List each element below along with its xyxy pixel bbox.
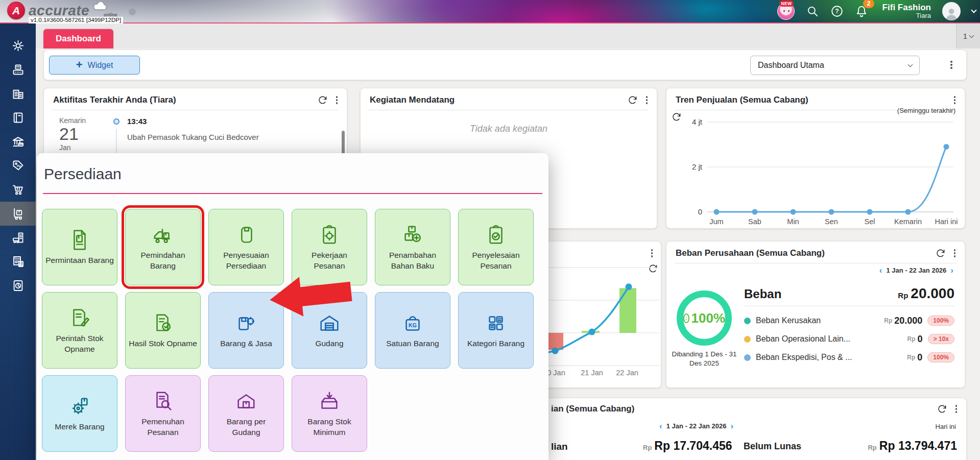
currency-label: Rp (868, 444, 876, 451)
tab-page-indicator[interactable]: 1 (956, 23, 980, 49)
svg-text:Sab: Sab (748, 217, 761, 226)
search-icon[interactable] (806, 5, 819, 18)
gear-tag-icon (68, 395, 91, 418)
help-icon[interactable]: ? (830, 5, 844, 18)
user-avatar[interactable] (942, 2, 961, 20)
user-menu-chevron-icon[interactable] (971, 7, 976, 13)
decorative-dot (129, 8, 136, 15)
app-header: A accurate online NEW ? 2 Fif (0, 0, 980, 22)
sidebar-item-settings[interactable] (0, 34, 36, 58)
add-widget-button[interactable]: + Widget (49, 56, 140, 75)
expense-row[interactable]: Beban Kerusakan Rp 20.000 100% (744, 311, 954, 330)
tile-satuan-barang[interactable]: KG Satuan Barang (375, 292, 450, 369)
panel-options-kebab[interactable] (645, 95, 649, 105)
expense-row[interactable]: Beban Ekspedisi, Pos & ... Rp 0 100% (744, 348, 954, 367)
tile-barang-dan-jasa[interactable]: Barang & Jasa (208, 292, 284, 369)
purchases-status-label: Belum Lunas (744, 441, 801, 452)
expense-change-badge: 100% (927, 352, 954, 362)
svg-text:Kemarin: Kemarin (894, 217, 922, 226)
sidebar-item-assets[interactable] (0, 226, 36, 250)
svg-text:Jum: Jum (709, 217, 723, 226)
tile-barang-per-gudang[interactable]: Barang per Gudang (208, 375, 284, 452)
tab-dashboard[interactable]: Dashboard (43, 29, 113, 49)
down-arrow-icon: ↓ (683, 313, 689, 323)
tab-strip: Dashboard 1 (36, 23, 980, 49)
chevron-down-icon (908, 62, 913, 67)
user-info[interactable]: Fifi Fashion Tiara (882, 3, 931, 20)
tile-gudang[interactable]: Gudang (292, 292, 367, 369)
notifications-bell-icon[interactable]: 2 (855, 5, 868, 18)
tile-penyesuaian-persediaan[interactable]: Penyesuaian Persediaan (208, 209, 284, 285)
expenses-date-range: ‹ 1 Jan - 22 Jan 2026 › (879, 266, 953, 275)
panel-options-kebab[interactable] (335, 95, 339, 105)
refresh-icon[interactable] (628, 95, 638, 105)
user-branch: Tiara (882, 12, 931, 20)
svg-text:Rp: Rp (17, 164, 21, 167)
tile-hasil-stok-opname[interactable]: Hasil Stok Opname (125, 292, 201, 369)
svg-text:Min: Min (787, 217, 799, 226)
activity-entry-text[interactable]: Ubah Pemasok Tukang Cuci Bedcover (127, 133, 259, 141)
expense-row-label: Beban Kerusakan (756, 316, 884, 325)
sidebar-item-bank[interactable] (0, 130, 36, 154)
dashboard-select-value: Dashboard Utama (758, 61, 909, 70)
request-document-icon (68, 228, 91, 252)
expense-row-value: 20.000 (894, 316, 922, 326)
shopping-cart-icon (11, 183, 25, 197)
upcoming-title: Kegiatan Mendatang (370, 95, 628, 105)
asset-building-car-icon (11, 231, 25, 245)
inventory-menu-grid: Permintaan Barang Pemindahan Barang Peny… (42, 209, 534, 452)
box-plus-icon (401, 223, 424, 247)
chevron-right-icon[interactable]: › (730, 422, 733, 430)
chevron-left-icon[interactable]: ‹ (659, 422, 662, 430)
refresh-icon[interactable] (937, 404, 947, 414)
timeline-dot-icon (113, 118, 119, 125)
svg-text:22 Jan: 22 Jan (616, 369, 638, 377)
expenses-title: Beban Perusahaan (Semua Cabang) (676, 248, 936, 258)
mascot-face-icon (783, 10, 785, 12)
sidebar-item-inventory[interactable] (0, 202, 36, 226)
box-arrow-down-icon (318, 390, 341, 413)
activity-entry-time: 13:43 (127, 117, 147, 126)
document-pencil-icon (68, 306, 91, 330)
svg-text:21 Jan: 21 Jan (581, 369, 603, 377)
chevron-left-icon[interactable]: ‹ (879, 266, 882, 275)
tile-pekerjaan-pesanan[interactable]: Pekerjaan Pesanan (292, 209, 367, 285)
panel-options-kebab[interactable] (954, 404, 959, 414)
sidebar-item-cash-register[interactable] (0, 58, 36, 82)
sidebar-item-purchases[interactable] (0, 178, 36, 202)
panel-sales-trend: Tren Penjualan (Semua Cabang) (Seminggu … (666, 88, 965, 229)
svg-text:TAX: TAX (14, 257, 20, 260)
sales-trend-title: Tren Penjualan (Semua Cabang) (676, 95, 946, 105)
expenses-summary-label: Beban (744, 287, 898, 301)
kg-weight-icon: KG (401, 311, 424, 335)
sidebar-item-company[interactable] (0, 82, 36, 106)
tile-penambahan-bahan-baku[interactable]: Penambahan Bahan Baku (375, 209, 450, 285)
refresh-icon[interactable] (936, 248, 946, 258)
tile-barang-stok-minimum[interactable]: Barang Stok Minimum (292, 375, 367, 452)
panel-options-kebab[interactable] (953, 95, 957, 105)
currency-label: Rp (907, 354, 915, 361)
tile-pemindahan-barang[interactable]: Pemindahan Barang (125, 209, 201, 285)
sidebar-item-pricing[interactable]: Rp (0, 154, 36, 178)
dashboard-options-kebab[interactable] (949, 60, 953, 70)
tile-penyelesaian-pesanan[interactable]: Penyelesaian Pesanan (458, 209, 534, 285)
expense-row[interactable]: Beban Operasional Lain... Rp 0 > 10x (744, 330, 954, 348)
sidebar-item-reports[interactable] (0, 274, 36, 298)
mascot-avatar[interactable]: NEW (777, 3, 795, 20)
page-indicator-value: 1 (963, 32, 967, 40)
refresh-icon[interactable] (318, 95, 328, 105)
expense-change-badge: > 10x (928, 334, 954, 344)
tile-pemenuhan-pesanan[interactable]: Pemenuhan Pesanan (125, 375, 201, 452)
sidebar-item-ledger[interactable] (0, 106, 36, 130)
tile-permintaan-barang[interactable]: Permintaan Barang (42, 209, 117, 285)
tile-kategori-barang[interactable]: Kategori Barang (458, 292, 534, 369)
chevron-right-icon[interactable]: › (950, 266, 953, 275)
panel-options-kebab[interactable] (953, 248, 957, 258)
activity-date-number: 21 (59, 125, 95, 143)
tile-perintah-stok-opname[interactable]: Perintah Stok Opname (42, 292, 117, 369)
tile-merek-barang[interactable]: Merek Barang (42, 375, 117, 452)
purchases-period-label: Hari ini (936, 423, 956, 430)
svg-text:0 Jan: 0 Jan (547, 369, 565, 377)
sidebar-item-tax[interactable]: TAX (0, 250, 36, 274)
dashboard-select[interactable]: Dashboard Utama (750, 56, 920, 75)
